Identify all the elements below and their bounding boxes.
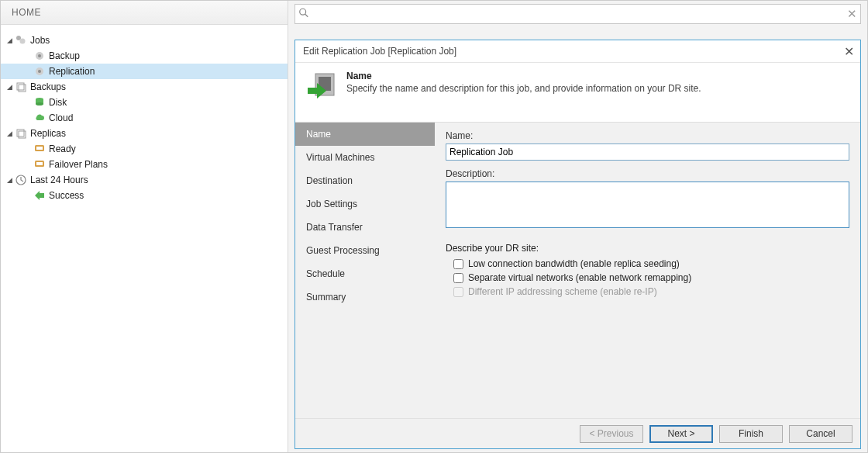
app-window: HOME ◢ Jobs Backup xyxy=(0,0,868,453)
tree-label: Success xyxy=(49,190,84,201)
dialog-banner: Name Specify the name and description fo… xyxy=(295,63,860,123)
tree-node-disk[interactable]: Disk xyxy=(1,95,288,110)
search-bar: ✕ xyxy=(288,1,867,24)
reip-checkbox-row: Different IP addressing scheme (enable r… xyxy=(453,286,849,297)
backup-icon xyxy=(33,50,46,62)
svg-rect-14 xyxy=(36,147,43,150)
wizard-steps: Name Virtual Machines Destination Job Se… xyxy=(295,123,435,418)
wizard-step-summary[interactable]: Summary xyxy=(295,285,435,309)
wizard-step-guest[interactable]: Guest Processing xyxy=(295,239,435,262)
name-input[interactable] xyxy=(446,144,849,161)
next-button[interactable]: Next > xyxy=(649,425,713,443)
svg-rect-12 xyxy=(19,131,26,138)
search-box[interactable]: ✕ xyxy=(294,4,861,24)
banner-title: Name xyxy=(346,71,701,81)
cancel-button[interactable]: Cancel xyxy=(789,425,852,443)
failover-icon xyxy=(33,158,46,171)
edit-replication-dialog: Edit Replication Job [Replication Job] ✕… xyxy=(294,40,861,449)
tree-node-replication[interactable]: Replication xyxy=(1,64,288,79)
sidebar-title: HOME xyxy=(1,1,288,25)
expand-arrow-icon[interactable]: ◢ xyxy=(5,130,13,137)
wizard-content: Name: Description: Describe your DR site… xyxy=(435,123,860,418)
clock-icon xyxy=(15,174,27,186)
tree-node-success[interactable]: Success xyxy=(1,188,288,203)
svg-point-18 xyxy=(300,9,306,15)
tree-label: Cloud xyxy=(49,112,73,123)
wizard-step-sched[interactable]: Schedule xyxy=(295,262,435,285)
tree-label: Backup xyxy=(49,50,80,61)
tree-node-jobs[interactable]: ◢ Jobs xyxy=(1,33,288,48)
replication-banner-icon xyxy=(306,71,339,103)
sidebar: HOME ◢ Jobs Backup xyxy=(1,1,288,452)
search-input[interactable] xyxy=(312,5,849,23)
expand-arrow-icon[interactable]: ◢ xyxy=(5,83,13,91)
tree-node-backups[interactable]: ◢ Backups xyxy=(1,79,288,95)
wizard-step-vms[interactable]: Virtual Machines xyxy=(295,146,435,169)
previous-button: < Previous xyxy=(580,425,643,443)
seeding-checkbox[interactable] xyxy=(453,259,463,269)
nav-tree: ◢ Jobs Backup Replication xyxy=(1,25,288,203)
dialog-body: Name Virtual Machines Destination Job Se… xyxy=(295,123,860,418)
svg-rect-6 xyxy=(17,83,24,90)
replication-icon xyxy=(33,65,46,78)
tree-node-replicas[interactable]: ◢ Replicas xyxy=(1,126,288,141)
backups-icon xyxy=(15,81,27,93)
svg-point-5 xyxy=(38,70,41,73)
svg-rect-7 xyxy=(19,85,26,92)
tree-label: Failover Plans xyxy=(49,159,108,170)
tree-node-failover[interactable]: Failover Plans xyxy=(1,157,288,172)
seeding-checkbox-row[interactable]: Low connection bandwidth (enable replica… xyxy=(453,258,849,269)
expand-arrow-icon[interactable]: ◢ xyxy=(5,36,13,44)
tree-label: Backups xyxy=(30,81,66,92)
tree-node-last24[interactable]: ◢ Last 24 Hours xyxy=(1,172,288,188)
dialog-footer: < Previous Next > Finish Cancel xyxy=(295,418,860,448)
description-label: Description: xyxy=(446,168,849,179)
dialog-titlebar: Edit Replication Job [Replication Job] ✕ xyxy=(295,40,860,63)
tree-node-cloud[interactable]: Cloud xyxy=(1,110,288,126)
tree-node-ready[interactable]: Ready xyxy=(1,141,288,157)
tree-label: Replicas xyxy=(30,128,66,139)
svg-rect-16 xyxy=(36,162,43,165)
svg-point-3 xyxy=(38,54,41,57)
network-remap-checkbox[interactable] xyxy=(453,273,463,283)
dr-site-label: Describe your DR site: xyxy=(446,243,849,254)
close-icon[interactable]: ✕ xyxy=(844,44,854,59)
reip-checkbox-label: Different IP addressing scheme (enable r… xyxy=(468,286,657,297)
seeding-checkbox-label: Low connection bandwidth (enable replica… xyxy=(468,258,680,269)
wizard-step-dest[interactable]: Destination xyxy=(295,169,435,192)
replicas-icon xyxy=(15,127,27,140)
success-icon xyxy=(33,189,46,202)
wizard-step-data[interactable]: Data Transfer xyxy=(295,216,435,239)
clear-search-icon[interactable]: ✕ xyxy=(847,7,857,21)
dialog-title-text: Edit Replication Job [Replication Job] xyxy=(303,46,456,57)
expand-arrow-icon[interactable]: ◢ xyxy=(5,176,13,184)
tree-label: Replication xyxy=(49,66,95,77)
jobs-icon xyxy=(15,34,27,47)
wizard-step-name[interactable]: Name xyxy=(295,123,435,146)
banner-desc: Specify the name and description for thi… xyxy=(346,83,701,94)
search-icon xyxy=(298,8,309,21)
ready-icon xyxy=(33,143,46,155)
svg-point-10 xyxy=(36,102,43,105)
reip-checkbox xyxy=(453,287,463,297)
network-remap-checkbox-label: Separate virtual networks (enable networ… xyxy=(468,272,691,283)
finish-button[interactable]: Finish xyxy=(719,425,783,443)
svg-line-19 xyxy=(305,14,308,17)
svg-rect-11 xyxy=(17,130,24,137)
wizard-step-jobset[interactable]: Job Settings xyxy=(295,192,435,216)
description-textarea[interactable] xyxy=(446,182,849,228)
dialog-banner-text: Name Specify the name and description fo… xyxy=(346,71,701,94)
cloud-icon xyxy=(33,112,46,124)
tree-label: Disk xyxy=(49,97,67,108)
tree-label: Last 24 Hours xyxy=(30,175,88,185)
svg-point-1 xyxy=(20,39,26,44)
tree-node-backup[interactable]: Backup xyxy=(1,48,288,64)
disk-icon xyxy=(33,96,46,109)
name-label: Name: xyxy=(446,130,849,141)
main-area: ✕ Edit Replication Job [Replication Job]… xyxy=(288,1,867,452)
network-remap-checkbox-row[interactable]: Separate virtual networks (enable networ… xyxy=(453,272,849,283)
tree-label: Ready xyxy=(49,144,76,154)
tree-label: Jobs xyxy=(30,35,50,46)
